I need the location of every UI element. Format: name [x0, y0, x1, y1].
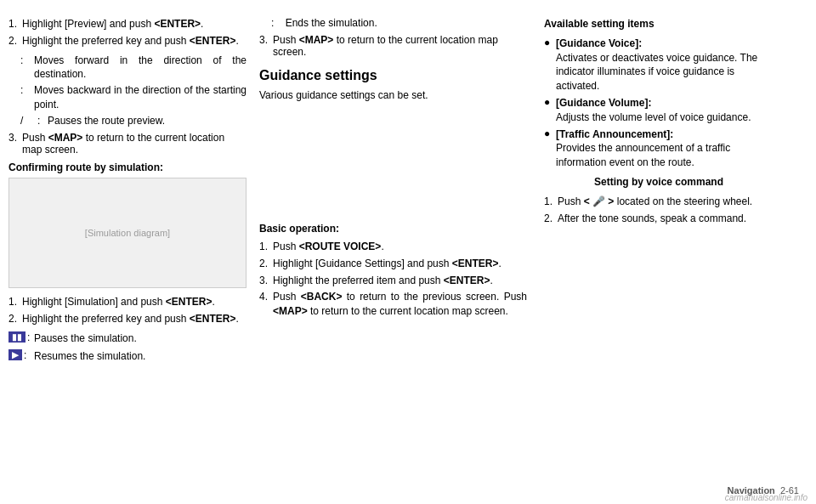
ends-simulation-text: : Ends the simulation.	[271, 17, 377, 29]
guidance-desc: Various guidance settings can be set.	[259, 88, 527, 103]
indent-text: Pauses the route preview.	[48, 114, 246, 128]
item-num: 3.	[259, 34, 273, 58]
ends-simulation-row: : Ends the simulation.	[271, 17, 527, 29]
left-column: 1. Highlight [Preview] and push <ENTER>.…	[8, 17, 255, 496]
item-num: 2.	[259, 257, 273, 271]
item-text: Push <MAP> to return to the current loca…	[22, 132, 246, 156]
bullet-content: [Traffic Announcement]: Provides the ann…	[556, 127, 774, 170]
indent-text: Moves backward in the direction of the s…	[34, 83, 246, 112]
item-text: Push <MAP> to return to the current loca…	[273, 34, 527, 58]
basic-item: 1. Push <ROUTE VOICE>.	[259, 240, 527, 254]
voice-item: 2. After the tone sounds, speak a comman…	[544, 212, 774, 226]
left-list-1: 1. Highlight [Preview] and push <ENTER>.…	[8, 17, 246, 48]
bullet-item-volume: ● [Guidance Volume]: Adjusts the volume …	[544, 96, 774, 125]
item-num: 1.	[8, 17, 22, 31]
list-item: 1. Highlight [Preview] and push <ENTER>.	[8, 17, 246, 31]
item-num: 3.	[259, 274, 273, 288]
item-text: Highlight [Simulation] and push <ENTER>.	[22, 295, 215, 309]
bullet-label: [Guidance Voice]:	[556, 37, 642, 49]
pause-icon-label: ▮▮ :	[8, 331, 34, 343]
bullet-dot: ●	[544, 37, 556, 93]
resume-text: Resumes the simulation.	[34, 349, 246, 364]
left-list-2: 1. Highlight [Simulation] and push <ENTE…	[8, 295, 246, 326]
item-text: Push < 🎤 > located on the steering wheel…	[558, 195, 752, 209]
slash-colon: / :	[20, 114, 48, 128]
bullet-label: [Guidance Volume]:	[556, 97, 651, 109]
resume-btn: ▶	[8, 349, 22, 360]
bullet-content: [Guidance Volume]: Adjusts the volume le…	[556, 96, 774, 125]
item-text: Highlight [Preview] and push <ENTER>.	[22, 17, 203, 31]
guidance-image-space	[259, 171, 527, 222]
page-container: 1. Highlight [Preview] and push <ENTER>.…	[0, 0, 816, 504]
item-num: 1.	[259, 240, 273, 254]
item-text: After the tone sounds, speak a command.	[558, 212, 746, 226]
resume-icon-label: ▶ :	[8, 349, 34, 361]
basic-heading: Basic operation:	[259, 222, 527, 236]
item-3-row-mid: 3. Push <MAP> to return to the current l…	[259, 34, 527, 58]
item-text: Push <BACK> to return to the previous sc…	[273, 290, 527, 319]
list-item: 2. Highlight the preferred key and push …	[8, 312, 246, 326]
basic-list: 1. Push <ROUTE VOICE>. 2. Highlight [Gui…	[259, 240, 527, 319]
available-heading: Available setting items	[544, 17, 774, 31]
guidance-heading: Guidance settings	[259, 66, 527, 85]
confirming-heading: Confirming route by simulation:	[8, 161, 246, 175]
bullet-dot: ●	[544, 127, 556, 170]
indent-block: : Moves forward in the direction of the …	[20, 54, 246, 128]
bullet-content: [Guidance Voice]: Activates or deactivat…	[556, 37, 774, 93]
item-num: 2.	[8, 34, 22, 48]
voice-list: 1. Push < 🎤 > located on the steering wh…	[544, 195, 774, 226]
item-3-row: 3. Push <MAP> to return to the current l…	[8, 132, 246, 156]
colon: :	[27, 331, 30, 343]
bullet-dot: ●	[544, 96, 556, 125]
basic-item: 2. Highlight [Guidance Settings] and pus…	[259, 257, 527, 271]
right-column: Available setting items ● [Guidance Voic…	[536, 17, 774, 496]
colon: :	[24, 349, 26, 361]
bullet-text: Activates or deactivates voice guidance.…	[556, 52, 757, 93]
voice-item: 1. Push < 🎤 > located on the steering wh…	[544, 195, 774, 209]
item-num: 3.	[8, 132, 22, 156]
bullet-text: Adjusts the volume level of voice guidan…	[556, 111, 751, 123]
resume-row: ▶ : Resumes the simulation.	[8, 349, 246, 364]
item-num: 1.	[544, 195, 558, 209]
indent-row: / : Pauses the route preview.	[20, 114, 246, 128]
voice-command-heading: Setting by voice command	[544, 175, 774, 190]
watermark: carmanualsonline.info	[725, 493, 808, 502]
item-text: Highlight the preferred key and push <EN…	[22, 312, 239, 326]
indent-text: Moves forward in the direction of the de…	[34, 54, 246, 82]
item-num: 2.	[8, 312, 22, 326]
item-num: 2.	[544, 212, 558, 226]
colon-label: :	[20, 54, 34, 82]
item-num: 1.	[8, 295, 22, 309]
bullet-item-voice: ● [Guidance Voice]: Activates or deactiv…	[544, 37, 774, 93]
simulation-image: [Simulation diagram]	[8, 178, 246, 288]
bullet-text: Provides the announcement of a traffic i…	[556, 142, 730, 168]
list-item: 1. Highlight [Simulation] and push <ENTE…	[8, 295, 246, 309]
middle-column: : Ends the simulation. 3. Push <MAP> to …	[255, 17, 536, 496]
pause-btn: ▮▮	[8, 331, 26, 343]
bullet-section: ● [Guidance Voice]: Activates or deactiv…	[544, 37, 774, 170]
bullet-label: [Traffic Announcement]:	[556, 128, 673, 140]
bullet-item-traffic: ● [Traffic Announcement]: Provides the a…	[544, 127, 774, 170]
basic-item: 3. Highlight the preferred item and push…	[259, 274, 527, 288]
item-text: Push <ROUTE VOICE>.	[273, 240, 384, 254]
item-text: Highlight [Guidance Settings] and push <…	[273, 257, 502, 271]
item-text: Highlight the preferred key and push <EN…	[22, 34, 239, 48]
pause-text: Pauses the simulation.	[34, 331, 246, 346]
item-num: 4.	[259, 290, 273, 319]
item-text: Highlight the preferred item and push <E…	[273, 274, 493, 288]
basic-item: 4. Push <BACK> to return to the previous…	[259, 290, 527, 319]
colon-label: :	[20, 83, 34, 112]
indent-row: : Moves backward in the direction of the…	[20, 83, 246, 112]
list-item: 2. Highlight the preferred key and push …	[8, 34, 246, 48]
pause-row: ▮▮ : Pauses the simulation.	[8, 331, 246, 346]
indent-row: : Moves forward in the direction of the …	[20, 54, 246, 82]
